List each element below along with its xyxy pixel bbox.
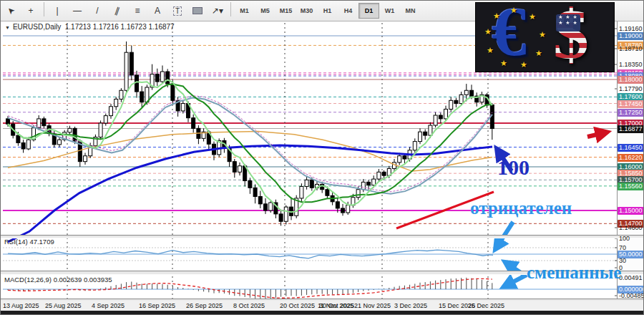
candle-body [140, 92, 144, 102]
timeframe-m5[interactable]: M5 [255, 3, 275, 19]
date-label: 26 Sep 2025 [186, 302, 223, 309]
eurusd-logo: € $ ★ ★ ★★ ★ ★ ★★★★★★★★★ [475, 2, 615, 72]
date-label: 21 Nov 2025 [354, 302, 391, 309]
trendline-icon-button[interactable]: / [88, 2, 107, 19]
candle-body [253, 188, 257, 196]
price-label-1.18000: 1.18000 [618, 76, 644, 84]
candle-body [367, 182, 371, 185]
horizontal-line-icon-button[interactable]: — [68, 2, 87, 19]
fibonacci-icon-button[interactable]: ≡ [128, 2, 147, 19]
candle-body [310, 180, 313, 188]
candle-body [424, 132, 427, 135]
chart-dropdown-icon[interactable]: ▼ [5, 25, 10, 30]
date-label: 3 Dec 2025 [394, 302, 427, 309]
candle-body [413, 142, 416, 150]
candle-body [119, 90, 123, 99]
candle-body [269, 203, 273, 210]
vertical-line-icon-button[interactable]: | [48, 2, 67, 19]
candle-body [109, 107, 113, 116]
dollar-symbol: $ [553, 2, 589, 72]
candle-body [454, 100, 458, 103]
eu-star: ★ [493, 11, 500, 21]
candle-body [233, 162, 236, 173]
shapes-icon-button[interactable] [188, 2, 207, 19]
toolbar-separator [44, 2, 44, 16]
label-icon-button[interactable]: T [168, 2, 187, 19]
price-red-arrow [587, 132, 606, 137]
date-label: 26 Dec 2025 [468, 302, 504, 309]
date-label: 8 Oct 2025 [233, 302, 265, 309]
candle-body [155, 74, 159, 82]
candle-body [84, 156, 87, 162]
arrows-icon: ↗▾ [212, 6, 223, 16]
candle-body [161, 72, 165, 82]
date-label: 20 Oct 2025 [280, 302, 315, 309]
macd-name: MACD(12,26,9) [4, 276, 52, 284]
candle-body [284, 207, 288, 221]
shapes-icon [192, 7, 203, 14]
price-label-1.19000: 1.19000 [618, 32, 644, 40]
candle-body [300, 186, 303, 198]
vertical-line-icon: | [56, 6, 58, 16]
candle-body [248, 181, 252, 188]
macd-annotation: смешанные [527, 263, 621, 283]
candle-body [114, 99, 118, 106]
candle-body [26, 140, 30, 149]
candle-body [125, 52, 128, 90]
drawing-tools: ➤+|—/∥≡AT↗▾ [1, 2, 234, 19]
price-label-1.14600: 1.14600 [618, 224, 644, 232]
candle-body [181, 104, 185, 111]
mt4-window: ➤+|—/∥≡AT↗▾ M1M5M15M30H1H4D1W1MN ▼EURUSD… [0, 0, 644, 315]
candle-body [444, 109, 448, 118]
arrows-icon-button[interactable]: ↗▾ [208, 2, 227, 19]
candle-body [135, 75, 139, 92]
macd-values: 0.002639 0.003935 [54, 276, 112, 284]
rsi-axis-100: 100 [618, 235, 644, 243]
label-icon: T [173, 6, 182, 16]
candle-body [403, 156, 406, 159]
crosshair-icon-button[interactable]: + [21, 2, 40, 19]
candle-body [429, 125, 432, 135]
candle-body [346, 205, 350, 213]
timeframe-m1[interactable]: M1 [234, 3, 255, 19]
ohlc-values: 1.17213 1.17216 1.16723 1.16877 [65, 23, 175, 31]
candle-body [341, 208, 345, 213]
eu-star: ★ [510, 6, 517, 15]
candle-body [419, 132, 422, 141]
candle-body [104, 116, 107, 123]
timeframe-d1[interactable]: D1 [358, 3, 379, 19]
timeframe-buttons: M1M5M15M30H1H4D1W1MN [234, 3, 421, 19]
price-label-1.16877: 1.16877 [618, 125, 644, 133]
eu-star: ★ [520, 60, 527, 69]
window-bottom-edge [1, 311, 644, 315]
rsi-label: RSI(14) 47.1709 [4, 238, 54, 246]
eu-star: ★ [539, 30, 546, 39]
text-icon-button[interactable]: A [148, 2, 167, 19]
timeframe-h4[interactable]: H4 [338, 3, 358, 19]
candle-body [470, 90, 474, 96]
channel-icon-button[interactable]: ∥ [108, 2, 127, 19]
candle-body [398, 156, 401, 163]
eu-star: ★ [535, 49, 542, 58]
candle-body [279, 214, 283, 221]
candle-body [264, 204, 268, 210]
timeframe-w1[interactable]: W1 [379, 3, 400, 19]
date-label: 13 Aug 2025 [3, 302, 39, 309]
timeframe-mn[interactable]: MN [400, 3, 421, 19]
candle-body [372, 179, 376, 185]
channel-icon: ∥ [114, 5, 121, 16]
price-label-1.15000: 1.15000 [618, 207, 644, 215]
price-label-1.18710: 1.18710 [618, 45, 644, 53]
crosshair-icon: + [28, 6, 33, 16]
trendline-icon: / [96, 6, 98, 16]
cursor-icon-button[interactable]: ➤ [1, 2, 20, 19]
price-label-1.17450: 1.17450 [618, 100, 644, 108]
timeframe-h1[interactable]: H1 [317, 3, 338, 19]
timeframe-m30[interactable]: M30 [296, 3, 317, 19]
pane-separator[interactable] [1, 235, 644, 238]
chart-title[interactable]: ▼EURUSD,Daily 1.17213 1.17216 1.16723 1.… [5, 23, 175, 31]
timeframe-m15[interactable]: M15 [275, 3, 296, 19]
candle-body [99, 123, 102, 137]
candle-body [21, 142, 25, 149]
toolbar-separator [230, 2, 231, 16]
